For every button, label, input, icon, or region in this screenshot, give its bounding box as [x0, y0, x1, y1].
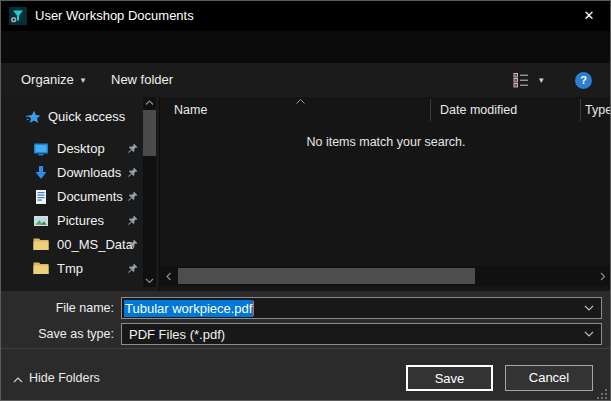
new-folder-button[interactable]: New folder [111, 63, 173, 97]
sidebar-header-label: Quick access [48, 109, 125, 124]
file-name-input[interactable]: Tubular workpiece.pdf [121, 297, 602, 319]
column-header-type[interactable]: Type [585, 97, 611, 123]
organize-button[interactable]: Organize▾ [21, 63, 85, 97]
pin-icon [126, 191, 138, 203]
title-bar: User Workshop Documents ✕ [1, 1, 610, 31]
column-header-date-modified[interactable]: Date modified [440, 97, 517, 123]
sidebar-item-tmp[interactable]: Tmp [1, 257, 143, 281]
content-area: Quick access Desktop [1, 97, 610, 291]
scroll-left-icon[interactable] [162, 266, 176, 286]
sidebar-item-label: Pictures [57, 213, 104, 228]
folder-icon [33, 261, 49, 275]
sidebar-item-pictures[interactable]: Pictures [1, 209, 143, 233]
cancel-button[interactable]: Cancel [505, 365, 593, 391]
sidebar-item-documents[interactable]: Documents [1, 185, 143, 209]
column-divider[interactable] [580, 99, 581, 121]
quick-access-star-icon [26, 110, 41, 125]
pin-icon [126, 263, 138, 275]
save-as-type-label: Save as type: [1, 323, 114, 345]
column-header-name[interactable]: Name [174, 97, 207, 123]
file-name-value: Tubular workpiece.pdf [124, 300, 253, 317]
sidebar-item-label: 00_MS_Data [57, 237, 133, 252]
file-list: Name Date modified Type No items match y… [159, 97, 611, 291]
chevron-down-icon[interactable] [584, 331, 594, 337]
downloads-icon [33, 165, 49, 181]
pin-icon [126, 143, 138, 155]
app-icon [9, 7, 27, 25]
view-dropdown-icon[interactable]: ▾ [539, 63, 544, 97]
sort-ascending-icon [296, 99, 305, 104]
save-as-type-value: PDF Files (*.pdf) [129, 327, 225, 342]
file-fields: File name: Tubular workpiece.pdf Save as… [1, 291, 610, 348]
resize-grip[interactable] [597, 389, 608, 400]
dialog-footer: Hide Folders Save Cancel [1, 348, 610, 401]
folder-icon [33, 237, 49, 251]
file-name-label: File name: [1, 297, 114, 319]
pin-icon [126, 167, 138, 179]
scroll-down-icon[interactable] [143, 275, 156, 287]
chevron-down-icon: ▾ [81, 75, 86, 85]
command-toolbar: Organize▾ New folder ▾ ? [1, 63, 610, 97]
save-as-type-select[interactable]: PDF Files (*.pdf) [121, 323, 602, 345]
sidebar-item-label: Downloads [57, 165, 121, 180]
navigation-sidebar: Quick access Desktop [1, 97, 159, 291]
chevron-down-icon[interactable] [584, 305, 594, 311]
column-divider[interactable] [430, 99, 431, 121]
sidebar-item-downloads[interactable]: Downloads [1, 161, 143, 185]
save-as-dialog: User Workshop Documents ✕ ← → ⌄ ↑ « GO2c… [0, 0, 611, 401]
help-button[interactable]: ? [575, 72, 592, 89]
pin-icon [126, 215, 138, 227]
navigation-bar: ← → ⌄ ↑ « GO2camV611 › Fiche ⌄ ↻ [1, 31, 610, 63]
scrollbar-thumb[interactable] [143, 110, 156, 156]
scrollbar-thumb[interactable] [178, 268, 475, 284]
sidebar-scrollbar[interactable] [143, 97, 156, 287]
empty-results-message: No items match your search. [160, 135, 611, 149]
save-button[interactable]: Save [406, 365, 493, 391]
sidebar-item-label: Tmp [57, 261, 83, 276]
pictures-icon [33, 213, 49, 229]
pin-icon [126, 239, 138, 251]
desktop-icon [33, 141, 49, 157]
chevron-up-icon [13, 377, 23, 383]
hide-folders-label: Hide Folders [29, 371, 100, 385]
close-button[interactable]: ✕ [568, 1, 610, 31]
details-view-icon[interactable] [513, 72, 529, 88]
sidebar-item-label: Documents [57, 189, 123, 204]
sidebar-item-quick-access[interactable]: Quick access [1, 107, 159, 129]
sidebar-item-00-ms-data[interactable]: 00_MS_Data [1, 233, 143, 257]
sidebar-item-desktop[interactable]: Desktop [1, 137, 143, 161]
horizontal-scrollbar[interactable] [160, 266, 611, 286]
text-caret [253, 301, 254, 316]
scroll-right-icon[interactable] [596, 266, 610, 286]
sidebar-item-label: Desktop [57, 141, 105, 156]
organize-label: Organize [21, 72, 74, 87]
scroll-up-icon[interactable] [143, 97, 156, 109]
documents-icon [33, 189, 49, 205]
window-title: User Workshop Documents [35, 1, 194, 31]
